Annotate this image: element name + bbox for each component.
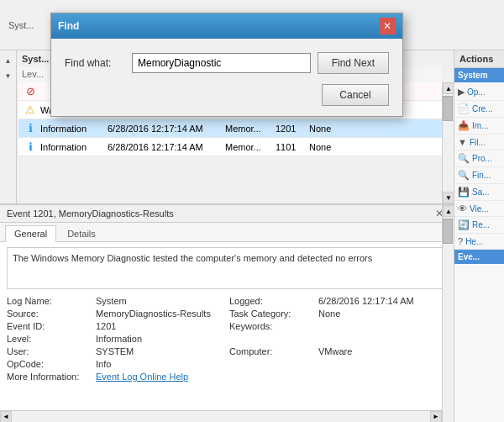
action-properties[interactable]: 🔍 Pro... xyxy=(454,150,504,167)
view-icon: 👁 xyxy=(458,203,467,214)
refresh-icon: 🔄 xyxy=(458,219,470,230)
find-dialog-titlebar: Find ✕ xyxy=(51,13,402,39)
find-next-button[interactable]: Find Next xyxy=(318,52,389,74)
event-log-online-help-link[interactable]: Event Log Online Help xyxy=(96,372,224,382)
log-name-value: System xyxy=(96,296,224,306)
find-dialog-body: Find what: Find Next Cancel xyxy=(51,39,402,116)
find-what-input[interactable] xyxy=(132,53,311,73)
scroll-up-arrow[interactable]: ▲ xyxy=(443,82,454,94)
keywords-value xyxy=(318,321,447,331)
event-id-label: Event ID: xyxy=(7,321,91,331)
scroll-thumb[interactable] xyxy=(443,96,453,121)
actions-system-header: System xyxy=(454,68,504,82)
table-row[interactable]: ℹ Information 6/28/2016 12:17:14 AM Memo… xyxy=(18,138,442,156)
detail-scroll-up[interactable]: ▲ xyxy=(443,205,454,217)
source-label: Source: xyxy=(7,309,91,319)
open-icon: ▶ xyxy=(458,87,465,98)
detail-message: The Windows Memory Diagnostic tested the… xyxy=(7,247,447,289)
find-dialog-close-button[interactable]: ✕ xyxy=(379,18,396,34)
save-icon: 💾 xyxy=(458,187,470,198)
event-level: Information xyxy=(40,142,108,152)
action-view[interactable]: 👁 Vie... xyxy=(454,201,504,217)
event-id: 1101 xyxy=(276,142,309,152)
detail-tabs: General Details xyxy=(0,223,454,242)
find-what-label: Find what: xyxy=(65,57,132,69)
actions-panel: Actions System ▶ Op... 📄 Cre... 📥 Im... … xyxy=(454,50,504,422)
tab-general[interactable]: General xyxy=(5,225,56,242)
detail-content: The Windows Memory Diagnostic tested the… xyxy=(0,242,454,415)
logged-label: Logged: xyxy=(229,296,313,306)
filter-icon: ▼ xyxy=(458,137,467,147)
event-source: Memor... xyxy=(225,142,276,152)
table-row[interactable]: ℹ Information 6/28/2016 12:17:14 AM Memo… xyxy=(18,119,442,138)
event-task: None xyxy=(309,124,360,134)
find-icon: 🔍 xyxy=(458,170,470,181)
level-label: Level: xyxy=(7,334,91,344)
level-value: Information xyxy=(96,334,224,344)
event-list-scrollbar[interactable]: ▲ ▼ xyxy=(442,82,454,203)
scroll-left-arrow[interactable]: ◄ xyxy=(0,411,12,423)
help-icon: ? xyxy=(458,236,463,246)
find-what-row: Find what: Find Next xyxy=(65,52,389,74)
scroll-down-arrow[interactable]: ▼ xyxy=(443,192,454,203)
action-create[interactable]: 📄 Cre... xyxy=(454,101,504,118)
computer-value: VMware xyxy=(318,346,447,356)
properties-icon: 🔍 xyxy=(458,153,470,164)
event-date: 6/28/2016 12:17:14 AM xyxy=(108,124,225,134)
opcode-label: OpCode: xyxy=(7,359,91,369)
event-task: None xyxy=(309,142,360,152)
find-dialog: Find ✕ Find what: Find Next Cancel xyxy=(50,13,403,117)
import-icon: 📥 xyxy=(458,120,470,131)
opcode-value: Info xyxy=(96,359,224,369)
task-value: None xyxy=(318,309,447,319)
action-find[interactable]: 🔍 Fin... xyxy=(454,167,504,184)
action-filter[interactable]: ▼ Fil... xyxy=(454,135,504,150)
warning-icon: ⚠ xyxy=(24,103,37,117)
action-refresh[interactable]: 🔄 Re... xyxy=(454,217,504,234)
error-icon: ⊘ xyxy=(24,85,37,98)
keywords-label: Keywords: xyxy=(229,321,313,331)
system-label: Syst... xyxy=(18,52,52,66)
logged-value: 6/28/2016 12:17:14 AM xyxy=(318,296,447,306)
detail-title-bar: Event 1201, MemoryDiagnostics-Results ✕ xyxy=(0,205,454,223)
info-icon: ℹ xyxy=(24,140,37,154)
info-icon: ℹ xyxy=(24,122,37,135)
main-window: Syst... ▲ ▼ ► Syst... Lev... Date and Ti… xyxy=(0,0,504,422)
action-event-section: Eve... xyxy=(454,250,504,264)
detail-panel: Event 1201, MemoryDiagnostics-Results ✕ … xyxy=(0,203,454,422)
detail-title: Event 1201, MemoryDiagnostics-Results xyxy=(7,208,174,219)
action-help[interactable]: ? He... xyxy=(454,234,504,250)
action-import[interactable]: 📥 Im... xyxy=(454,118,504,135)
user-value: SYSTEM xyxy=(96,346,224,356)
app-title: Syst... xyxy=(8,20,34,30)
tab-details[interactable]: Details xyxy=(58,225,105,242)
more-info-label: More Information: xyxy=(7,372,91,382)
nav-down[interactable]: ▼ xyxy=(2,69,15,82)
cancel-button[interactable]: Cancel xyxy=(322,84,389,106)
log-name-label: Log Name: xyxy=(7,296,91,306)
actions-items-list: ▶ Op... 📄 Cre... 📥 Im... ▼ Fil... 🔍 Pro.… xyxy=(454,82,504,266)
event-date: 6/28/2016 12:17:14 AM xyxy=(108,142,225,152)
action-save[interactable]: 💾 Sa... xyxy=(454,184,504,201)
detail-fields: Log Name: System Logged: 6/28/2016 12:17… xyxy=(7,296,447,382)
source-value: MemoryDiagnostics-Results xyxy=(96,309,224,319)
detail-scroll-h[interactable]: ◄ ► xyxy=(0,410,442,422)
nav-up[interactable]: ▲ xyxy=(2,54,15,67)
event-source: Memor... xyxy=(225,124,276,134)
find-dialog-title: Find xyxy=(58,20,79,32)
action-open[interactable]: ▶ Op... xyxy=(454,84,504,101)
task-label: Task Category: xyxy=(229,309,313,319)
event-id: 1201 xyxy=(276,124,309,134)
event-level: Information xyxy=(40,124,108,134)
create-icon: 📄 xyxy=(458,103,470,114)
user-label: User: xyxy=(7,346,91,356)
computer-label: Computer: xyxy=(229,346,313,356)
dialog-buttons: Cancel xyxy=(65,82,389,106)
detail-scrollbar-v[interactable]: ▲ xyxy=(442,205,454,422)
event-id-value: 1201 xyxy=(96,321,224,331)
detail-scroll-thumb[interactable] xyxy=(443,219,453,244)
actions-header: Actions xyxy=(454,50,504,68)
scroll-right-arrow[interactable]: ► xyxy=(430,411,442,423)
